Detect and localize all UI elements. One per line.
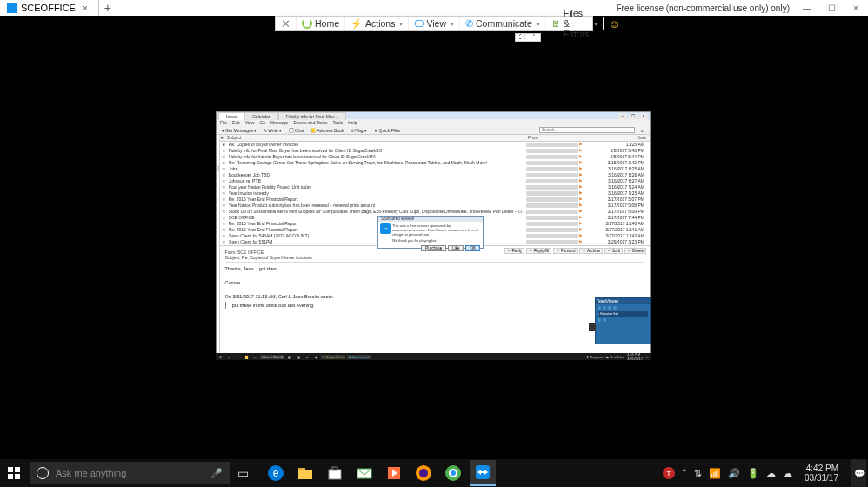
- panel-sessionlist[interactable]: ▸ Session list: [598, 311, 648, 317]
- tray-chevron-up-icon[interactable]: ˄: [682, 468, 687, 479]
- col-subject[interactable]: Subject: [227, 135, 528, 141]
- star-icon[interactable]: ☆: [222, 190, 229, 197]
- quickfilter-button[interactable]: ▼ Quick Filter: [372, 128, 403, 133]
- music-icon[interactable]: [381, 460, 407, 486]
- tb-communicate[interactable]: ✆Communicate▾: [460, 17, 546, 30]
- flag-icon[interactable]: ⚑: [578, 209, 585, 215]
- tray-onedrive-icon[interactable]: ☁: [783, 468, 792, 479]
- menu-item[interactable]: Go: [259, 120, 265, 125]
- flag-icon[interactable]: ⚑: [578, 197, 585, 203]
- mic-icon[interactable]: 🎤: [210, 468, 223, 479]
- tray-wifi-icon[interactable]: 📶: [709, 468, 721, 479]
- close-session-icon[interactable]: ×: [79, 3, 91, 13]
- star-icon[interactable]: ☆: [222, 209, 229, 215]
- add-session-button[interactable]: +: [99, 1, 117, 15]
- menu-item[interactable]: File: [220, 120, 227, 125]
- star-icon[interactable]: ☆: [222, 215, 229, 221]
- preview-archive-button[interactable]: ← Archive: [579, 248, 603, 254]
- tray-network-icon[interactable]: ⇅: [694, 468, 702, 479]
- mail-icon[interactable]: [351, 460, 377, 486]
- taskview-button[interactable]: ▭: [230, 466, 256, 480]
- tray-cloud-icon[interactable]: ☁: [766, 468, 776, 479]
- menu-item[interactable]: Events and Tasks: [293, 120, 327, 125]
- star-icon[interactable]: ☆: [222, 239, 229, 245]
- action-center-icon[interactable]: 💬: [851, 459, 866, 487]
- message-row[interactable]: ☆John⚑3/16/2017 8:25 AM: [220, 166, 650, 172]
- remote-app-icon[interactable]: ◧: [285, 353, 294, 360]
- message-row[interactable]: ★Re: Copies of Buyer/Owner Invoices⚑11:2…: [220, 142, 650, 148]
- star-icon[interactable]: ★: [222, 160, 229, 166]
- msg-column-headers[interactable]: ★ Subject From Date: [220, 135, 650, 142]
- chrome-icon[interactable]: [440, 460, 466, 486]
- flag-icon[interactable]: ⚑: [578, 166, 585, 172]
- col-from[interactable]: From: [528, 135, 580, 141]
- message-row[interactable]: ☆Johnson re: PTB⚑3/16/2017 8:27 AM: [220, 178, 650, 184]
- mail-tab[interactable]: Fidelity info for Final Max…: [278, 112, 347, 120]
- menu-icon[interactable]: ≡: [638, 128, 646, 133]
- dialog-ok-button[interactable]: OK: [465, 245, 480, 251]
- flag-icon[interactable]: ⚑: [578, 227, 585, 233]
- flag-icon[interactable]: ⚑: [578, 178, 585, 184]
- remote-tray-item[interactable]: ☁ OneDrive: [605, 355, 624, 359]
- tb-view[interactable]: 🖵View▾: [409, 17, 460, 30]
- message-row[interactable]: ☆Year Nation Product subscription has be…: [220, 203, 650, 209]
- mail-minimize[interactable]: –: [618, 113, 627, 119]
- message-row[interactable]: ★Re: Recurring Savings Check Out These S…: [220, 160, 650, 166]
- flag-icon[interactable]: ⚑: [578, 203, 585, 209]
- remote-edge-icon[interactable]: e: [233, 353, 242, 360]
- mail-tab[interactable]: Inbox: [218, 112, 244, 120]
- star-icon[interactable]: ☆: [222, 148, 229, 154]
- message-row[interactable]: ☆Re: 2016 Year End Financial Report⚑3/17…: [220, 197, 650, 203]
- message-row[interactable]: ☆Stock Up on Sustainable Items with Supp…: [220, 209, 650, 215]
- menu-item[interactable]: Edit: [232, 120, 240, 125]
- tray-volume-icon[interactable]: 🔊: [728, 468, 740, 479]
- tb-files[interactable]: 🗎Files & Extras▾: [546, 17, 604, 30]
- star-icon[interactable]: ☆: [222, 172, 229, 178]
- star-icon[interactable]: ☆: [222, 227, 229, 233]
- teamviewer-taskbar-icon[interactable]: [470, 460, 496, 486]
- close-button[interactable]: ×: [844, 3, 868, 13]
- mail-tab[interactable]: Calendar: [244, 112, 277, 120]
- tb-home[interactable]: Home: [297, 17, 345, 30]
- star-icon[interactable]: ☆: [222, 233, 229, 239]
- star-icon[interactable]: ☆: [222, 178, 229, 184]
- explorer-icon[interactable]: [292, 460, 318, 486]
- remote-explorer-icon[interactable]: ▇: [242, 353, 250, 360]
- remote-task-thunderbird[interactable]: Inbox - Mozilla Thu…: [260, 355, 284, 359]
- fullscreen-icon[interactable]: ⛶: [516, 34, 528, 41]
- flag-icon[interactable]: ⚑: [578, 154, 585, 160]
- preview-reply-all-button[interactable]: ← Reply All: [526, 248, 551, 254]
- flag-icon[interactable]: ⚑: [578, 160, 585, 166]
- flag-icon[interactable]: ⚑: [578, 215, 585, 221]
- remote-task-chrome[interactable]: ● Sugar Creek Estates…: [321, 355, 345, 359]
- remote-app-icon[interactable]: ◨: [294, 353, 303, 360]
- remote-store-icon[interactable]: ▭: [250, 353, 259, 360]
- store-icon[interactable]: [322, 460, 348, 486]
- remote-tray-item[interactable]: ⬆ Dropbox: [586, 355, 603, 359]
- remote-tray-notif[interactable]: ▭: [645, 355, 649, 359]
- preview-delete-button[interactable]: ← Delete: [624, 248, 646, 254]
- flag-icon[interactable]: ⚑: [578, 239, 585, 245]
- preview-junk-button[interactable]: ← Junk: [604, 248, 623, 254]
- star-icon[interactable]: ☆: [222, 203, 229, 209]
- dialog-like-button[interactable]: Like: [448, 245, 464, 251]
- remote-tray-clock[interactable]: 4:41 PM3/31/2017: [627, 352, 643, 360]
- collapse-icon[interactable]: ˄: [528, 34, 540, 41]
- flag-icon[interactable]: ⚑: [578, 233, 585, 239]
- tb-actions[interactable]: ⚡Actions▾: [345, 17, 409, 30]
- star-icon[interactable]: ☆: [222, 197, 229, 203]
- mail-search-input[interactable]: [539, 127, 635, 133]
- tray-clock[interactable]: 4:42 PM 03/31/17: [799, 464, 844, 483]
- mail-close[interactable]: ×: [639, 113, 648, 119]
- message-row[interactable]: ☆Fidelity info for Final Max: Buyer has …: [220, 148, 650, 154]
- flag-icon[interactable]: ⚑: [578, 142, 585, 148]
- col-date[interactable]: Date: [587, 135, 650, 141]
- get-messages-button[interactable]: ▾ Get Messages ▾: [220, 128, 258, 133]
- write-button[interactable]: ✎ Write ▾: [262, 128, 284, 133]
- firefox-icon[interactable]: [411, 460, 437, 486]
- flag-icon[interactable]: ⚑: [578, 221, 585, 227]
- panel-collapse-tab[interactable]: [589, 323, 596, 331]
- tv-mini-controls[interactable]: ⛶˄: [515, 33, 541, 42]
- tv-session-tab[interactable]: SCEOFFICE ×: [0, 0, 99, 16]
- edge-icon[interactable]: e: [263, 460, 289, 486]
